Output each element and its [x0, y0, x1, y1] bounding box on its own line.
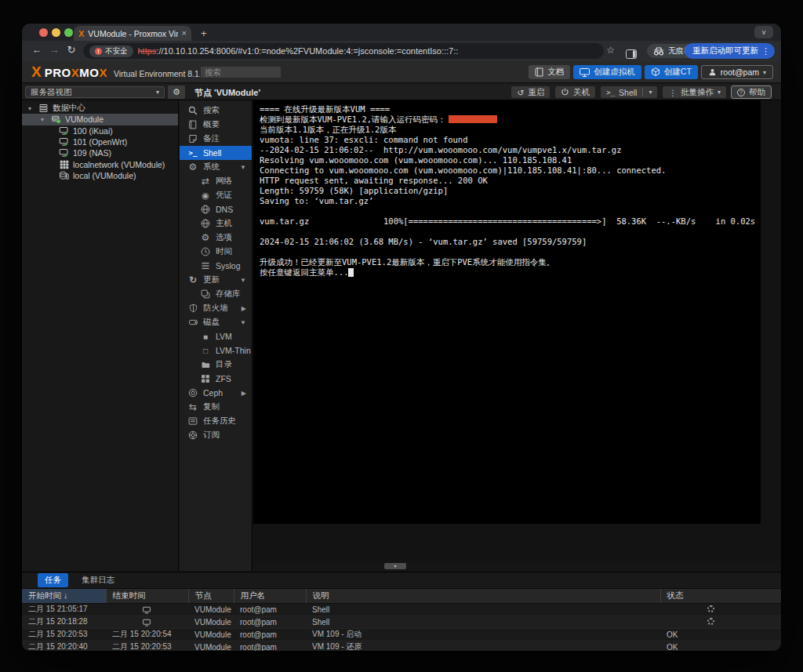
menu-item-lvm-thin[interactable]: □LVM-Thin — [180, 343, 252, 358]
new-tab-button[interactable]: + — [201, 27, 207, 39]
menu-item-zfs[interactable]: ZFS — [180, 372, 252, 386]
proxmox-subheader: 服务器视图 ▾ ⚙ 节点 'VUModule' ↺ 重启 关机 >_ — [22, 84, 781, 100]
task-row-3[interactable]: 二月 15 20:20:40二月 15 20:20:53VUModuleroot… — [22, 641, 781, 651]
minimize-window-button[interactable] — [52, 28, 60, 37]
menu-item-9[interactable]: ⚙选项 — [180, 231, 252, 245]
menu-item-5[interactable]: ⇄网络 — [180, 174, 252, 188]
menu-item-lvm[interactable]: ■LVM — [180, 329, 252, 343]
task-row-2[interactable]: 二月 15 20:20:53二月 15 20:20:54VUModuleroot… — [22, 628, 781, 641]
menu-item-23[interactable]: 订阅 — [180, 428, 252, 442]
ceph-icon — [187, 388, 198, 398]
menu-item-syslog[interactable]: Syslog — [180, 259, 252, 273]
create-ct-button[interactable]: 创建CT — [645, 65, 698, 79]
menu-item-21[interactable]: ⇆复制 — [180, 400, 252, 414]
task-row-1[interactable]: 二月 15 20:18:28VUModuleroot@pamShell — [22, 616, 781, 628]
chevron-down-icon: ▼ — [240, 277, 246, 284]
column-header-2[interactable]: 节点 — [188, 589, 234, 603]
tree-settings-button[interactable]: ⚙ — [168, 85, 185, 99]
menu-item-shell[interactable]: >_Shell — [180, 146, 252, 160]
tree-item-2[interactable]: 100 (iKuai) — [22, 125, 178, 136]
tree-item-label: 109 (NAS) — [73, 148, 111, 158]
panel-splitter[interactable]: ▾ — [253, 561, 781, 571]
globe-icon — [200, 219, 211, 228]
restart-button[interactable]: ↺ 重启 — [511, 85, 550, 99]
running-spinner-icon — [707, 618, 714, 625]
menu-item-2[interactable]: 备注 — [180, 132, 252, 146]
task-desc: Shell — [306, 603, 660, 616]
menu-item-15[interactable]: 磁盘▼ — [180, 315, 252, 329]
help-button[interactable]: ? 帮助 — [731, 85, 772, 99]
menu-item-12[interactable]: ↻更新▼ — [180, 273, 252, 287]
menu-item-4[interactable]: ⚙系统▼ — [180, 160, 252, 174]
task-user: root@pam — [234, 616, 306, 628]
menu-item-18[interactable]: 目录 — [180, 358, 252, 372]
menu-item-label: 备注 — [203, 133, 220, 144]
update-restart-button[interactable]: 重新启动即可更新 ⋮ — [685, 43, 775, 59]
browser-menu-icon[interactable]: ⋮ — [761, 46, 770, 56]
terminal-line: 当前版本1.1版本，正在升级1.2版本 — [260, 125, 754, 135]
chevron-down-icon: ▾ — [156, 89, 159, 96]
view-select[interactable]: 服务器视图 ▾ — [25, 86, 165, 98]
column-header-1[interactable]: 结束时间 — [106, 589, 188, 603]
menu-item-10[interactable]: 时间 — [180, 245, 252, 259]
browser-tab[interactable]: X VUModule - Proxmox Virtual E × — [74, 26, 191, 41]
menu-item-0[interactable]: 搜索 — [180, 104, 252, 118]
not-secure-icon: ! — [95, 48, 102, 55]
chevron-down-icon[interactable]: ▾ — [649, 89, 652, 96]
tree-item-6[interactable]: local (VUModule) — [22, 170, 178, 181]
reload-icon[interactable]: ↻ — [64, 44, 78, 56]
console-icon[interactable] — [142, 605, 151, 613]
menu-item-1[interactable]: 概要 — [180, 118, 252, 132]
docs-button[interactable]: 文档 — [529, 65, 570, 79]
chevron-right-icon: ▶ — [242, 305, 246, 312]
tab-close-icon[interactable]: × — [182, 29, 187, 38]
menu-item-6[interactable]: ◉凭证 — [180, 188, 252, 202]
shell-button[interactable]: >_ Shell ▾ — [600, 85, 658, 99]
task-row-0[interactable]: 二月 15 21:05:17VUModuleroot@pamShell — [22, 603, 781, 616]
update-restart-label: 重新启动即可更新 — [692, 45, 758, 56]
tree-item-1[interactable]: ▾VUModule — [22, 114, 178, 125]
user-menu-button[interactable]: root@pam ▾ — [701, 65, 773, 79]
global-search-input[interactable] — [200, 66, 282, 78]
menu-item-label: 目录 — [216, 359, 232, 370]
menu-item-8[interactable]: 主机 — [180, 216, 252, 231]
tree-item-3[interactable]: 101 (OpenWrt) — [22, 136, 178, 147]
menu-item-22[interactable]: 任务历史 — [180, 414, 252, 428]
create-vm-button[interactable]: 创建虚拟机 — [573, 65, 641, 79]
menu-item-13[interactable]: 存储库 — [180, 287, 252, 301]
column-header-3[interactable]: 用户名 — [234, 589, 306, 603]
bulk-actions-button[interactable]: ⋮ 批量操作 ▾ — [662, 85, 727, 99]
task-start: 二月 15 20:18:28 — [22, 616, 106, 628]
close-window-button[interactable] — [39, 28, 48, 37]
splitter-handle[interactable]: ▾ — [384, 563, 406, 569]
task-start: 二月 15 20:20:40 — [22, 641, 106, 651]
sq-filled-icon: ■ — [200, 332, 211, 341]
tab-tasks[interactable]: 任务 — [38, 573, 68, 587]
column-header-0[interactable]: 开始时间 ↓ — [22, 589, 106, 603]
side-panel-icon[interactable] — [626, 46, 637, 60]
zoom-window-button[interactable] — [64, 28, 73, 37]
back-icon[interactable]: ← — [30, 44, 44, 56]
shutdown-button[interactable]: 关机 — [554, 85, 596, 99]
not-secure-chip[interactable]: ! 不安全 — [89, 45, 133, 57]
tree-item-4[interactable]: 109 (NAS) — [22, 147, 178, 158]
menu-item-14[interactable]: 防火墙▶ — [180, 301, 252, 315]
console-icon[interactable] — [142, 617, 151, 626]
tree-expander-icon[interactable]: ▾ — [41, 116, 47, 123]
tab-title: VUModule - Proxmox Virtual E — [88, 29, 177, 38]
shell-terminal[interactable]: ==== 在线升级最新版本VUM ====检测到最新版本VUM-PVE1.2,请… — [253, 100, 761, 524]
column-header-5[interactable]: 状态 — [660, 589, 781, 603]
tree-item-0[interactable]: ▾数据中心 — [22, 103, 178, 114]
bookmark-star-icon[interactable]: ☆ — [606, 45, 615, 56]
forward-icon[interactable]: → — [47, 44, 61, 56]
incognito-icon — [653, 47, 664, 56]
column-header-4[interactable]: 说明 — [306, 589, 660, 603]
tree-item-5[interactable]: localnetwork (VUModule) — [22, 158, 178, 169]
menu-item-ceph[interactable]: Ceph▶ — [180, 386, 252, 400]
menu-item-dns[interactable]: DNS — [180, 202, 252, 216]
terminal-line: 2024-02-15 21:06:02 (3.68 MB/s) - ‘vum.t… — [260, 237, 754, 247]
address-bar[interactable]: ! 不安全 https://10.10.10.254:8006/#v1:0:=n… — [83, 43, 604, 59]
tab-search-button[interactable]: v — [754, 26, 773, 38]
tree-expander-icon[interactable]: ▾ — [28, 105, 35, 112]
tab-cluster-log[interactable]: 集群日志 — [74, 573, 122, 587]
